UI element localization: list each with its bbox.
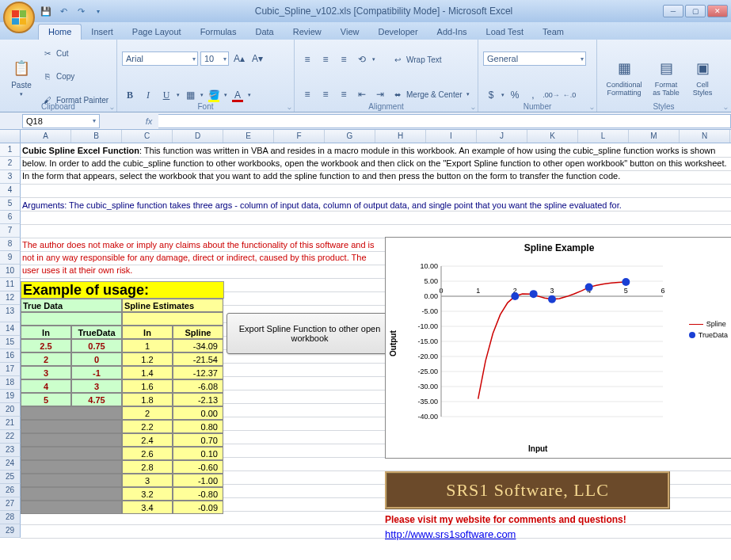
tab-insert[interactable]: Insert — [82, 25, 123, 40]
close-button[interactable]: ✕ — [707, 5, 728, 17]
cut-button[interactable]: ✂Cut — [41, 45, 109, 62]
row-header-10[interactable]: 10 — [0, 265, 21, 278]
save-icon[interactable]: 💾 — [40, 5, 52, 17]
row-header-6[interactable]: 6 — [0, 211, 21, 224]
indent-decrease-icon[interactable]: ⇤ — [354, 86, 370, 102]
website-link[interactable]: http://www.srs1software.com — [385, 528, 516, 540]
font-color-button[interactable]: A — [230, 87, 246, 103]
export-spline-button[interactable]: Export Spline Function to other open wor… — [227, 313, 393, 354]
increase-font-icon[interactable]: A▴ — [231, 51, 247, 67]
tab-review[interactable]: Review — [284, 25, 331, 40]
font-name-select[interactable]: Arial — [122, 51, 198, 66]
col-header-G[interactable]: G — [325, 130, 375, 143]
col-header-A[interactable]: A — [21, 130, 71, 143]
tab-developer[interactable]: Developer — [368, 25, 427, 40]
indent-increase-icon[interactable]: ⇥ — [372, 86, 388, 102]
row-header-11[interactable]: 11 — [0, 278, 21, 291]
row-header-7[interactable]: 7 — [0, 224, 21, 238]
align-middle-icon[interactable]: ≡ — [318, 51, 333, 67]
tab-addins[interactable]: Add-Ins — [428, 25, 477, 40]
row-header-21[interactable]: 21 — [0, 417, 21, 430]
align-center-icon[interactable]: ≡ — [318, 86, 333, 102]
copy-button[interactable]: ⎘Copy — [41, 68, 109, 85]
office-button[interactable] — [3, 2, 35, 33]
row-header-14[interactable]: 14 — [0, 322, 21, 336]
wrap-text-button[interactable]: ↩Wrap Text — [391, 51, 470, 68]
currency-icon[interactable]: $ — [483, 87, 499, 103]
fill-color-button[interactable]: 🪣 — [206, 87, 222, 103]
row-header-23[interactable]: 23 — [0, 444, 21, 457]
tab-formulas[interactable]: Formulas — [191, 25, 246, 40]
row-header-18[interactable]: 18 — [0, 376, 21, 390]
percent-icon[interactable]: % — [507, 87, 523, 103]
align-left-icon[interactable]: ≡ — [299, 86, 315, 102]
underline-button[interactable]: U — [158, 87, 174, 103]
row-header-22[interactable]: 22 — [0, 430, 21, 444]
col-header-D[interactable]: D — [173, 130, 223, 143]
minimize-button[interactable]: ─ — [663, 5, 683, 17]
col-header-I[interactable]: I — [426, 130, 477, 143]
name-box[interactable]: Q18 — [22, 114, 100, 128]
row-header-17[interactable]: 17 — [0, 363, 21, 376]
worksheet-grid[interactable]: ABCDEFGHIJKLMN 1234567891011121314151617… — [0, 130, 731, 560]
row-header-27[interactable]: 27 — [0, 497, 21, 511]
col-header-N[interactable]: N — [680, 130, 730, 143]
row-header-20[interactable]: 20 — [0, 403, 21, 417]
row-header-15[interactable]: 15 — [0, 336, 21, 349]
col-header-M[interactable]: M — [629, 130, 680, 143]
increase-decimal-icon[interactable]: .00→ — [543, 87, 559, 103]
row-header-24[interactable]: 24 — [0, 457, 21, 470]
comma-icon[interactable]: , — [525, 87, 541, 103]
select-all-corner[interactable] — [0, 130, 21, 143]
formula-input[interactable] — [158, 114, 731, 128]
tab-view[interactable]: View — [331, 25, 369, 40]
tab-team[interactable]: Team — [533, 25, 573, 40]
bold-button[interactable]: B — [122, 87, 138, 103]
col-header-K[interactable]: K — [527, 130, 578, 143]
align-bottom-icon[interactable]: ≡ — [336, 51, 352, 67]
qat-dropdown-icon[interactable]: ▾ — [92, 5, 105, 17]
row-header-12[interactable]: 12 — [0, 291, 21, 305]
row-header-13[interactable]: 13 — [0, 305, 21, 322]
col-header-H[interactable]: H — [375, 130, 426, 143]
align-right-icon[interactable]: ≡ — [336, 86, 352, 102]
decrease-decimal-icon[interactable]: ←.0 — [562, 87, 577, 103]
font-size-select[interactable]: 10 — [200, 51, 229, 66]
fx-icon[interactable]: fx — [139, 116, 158, 126]
row-header-8[interactable]: 8 — [0, 238, 21, 251]
maximize-button[interactable]: ▢ — [685, 5, 706, 17]
row-header-1[interactable]: 1 — [0, 143, 21, 157]
border-button[interactable]: ▦ — [182, 87, 198, 103]
row-header-29[interactable]: 29 — [0, 524, 21, 538]
row-header-4[interactable]: 4 — [0, 184, 21, 197]
undo-icon[interactable]: ↶ — [57, 5, 70, 17]
row-header-9[interactable]: 9 — [0, 251, 21, 265]
row-header-5[interactable]: 5 — [0, 197, 21, 211]
col-header-L[interactable]: L — [578, 130, 629, 143]
tab-home[interactable]: Home — [38, 24, 82, 40]
merge-center-button[interactable]: ⬌Merge & Center▾ — [391, 86, 470, 103]
row-header-28[interactable]: 28 — [0, 511, 21, 524]
redo-icon[interactable]: ↷ — [74, 5, 87, 17]
orientation-icon[interactable]: ⟲ — [354, 51, 370, 67]
tab-data[interactable]: Data — [246, 25, 283, 40]
tab-load-test[interactable]: Load Test — [477, 25, 534, 40]
row-header-16[interactable]: 16 — [0, 349, 21, 363]
tab-page-layout[interactable]: Page Layout — [123, 25, 191, 40]
col-header-B[interactable]: B — [71, 130, 122, 143]
row-header-19[interactable]: 19 — [0, 390, 21, 403]
col-header-F[interactable]: F — [274, 130, 325, 143]
col-header-J[interactable]: J — [477, 130, 527, 143]
number-format-select[interactable]: General — [483, 51, 586, 66]
col-header-E[interactable]: E — [223, 130, 274, 143]
paste-button[interactable]: 📋 Paste ▾ — [5, 42, 38, 112]
row-header-2[interactable]: 2 — [0, 157, 21, 170]
italic-button[interactable]: I — [140, 87, 156, 103]
row-header-3[interactable]: 3 — [0, 170, 21, 184]
conditional-formatting-button[interactable]: ▦Conditional Formatting — [602, 42, 646, 112]
col-header-C[interactable]: C — [122, 130, 173, 143]
decrease-font-icon[interactable]: A▾ — [249, 51, 265, 67]
cell-styles-button[interactable]: ▣Cell Styles — [686, 42, 719, 112]
format-as-table-button[interactable]: ▤Format as Table — [649, 42, 683, 112]
row-header-25[interactable]: 25 — [0, 470, 21, 484]
